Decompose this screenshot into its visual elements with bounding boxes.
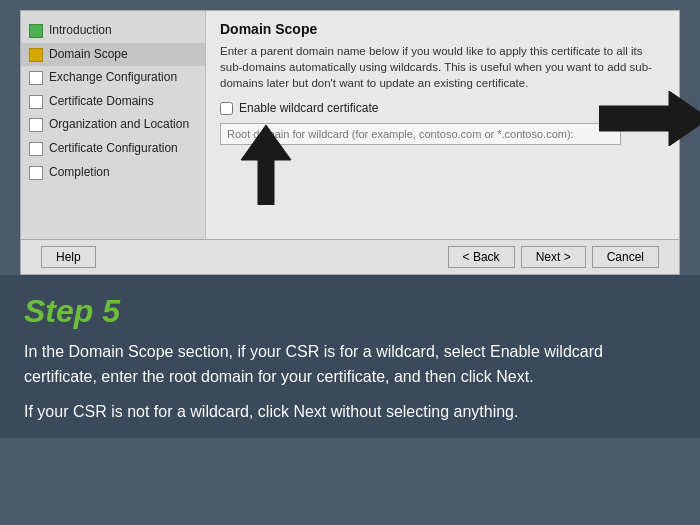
- cancel-button[interactable]: Cancel: [592, 246, 659, 268]
- wizard-title: Domain Scope: [220, 21, 665, 37]
- sidebar-label-org-location: Organization and Location: [49, 117, 189, 133]
- sidebar-label-cert-config: Certificate Configuration: [49, 141, 178, 157]
- wildcard-checkbox[interactable]: [220, 102, 233, 115]
- sidebar-label-domain-scope: Domain Scope: [49, 47, 128, 63]
- next-button[interactable]: Next >: [521, 246, 586, 268]
- sidebar-label-completion: Completion: [49, 165, 110, 181]
- wildcard-label: Enable wildcard certificate: [239, 101, 378, 115]
- svg-marker-1: [599, 91, 700, 146]
- step-instruction: In the Domain Scope section, if your CSR…: [24, 340, 676, 390]
- back-button[interactable]: < Back: [448, 246, 515, 268]
- wizard-description: Enter a parent domain name below if you …: [220, 43, 665, 91]
- sidebar-item-org-location[interactable]: Organization and Location: [21, 113, 205, 137]
- arrow-right-indicator: [599, 91, 700, 150]
- svg-marker-0: [241, 125, 291, 205]
- sidebar-item-domain-scope[interactable]: Domain Scope: [21, 43, 205, 67]
- sidebar-item-introduction[interactable]: Introduction: [21, 19, 205, 43]
- sidebar-label-cert-domains: Certificate Domains: [49, 94, 154, 110]
- wizard-panel: Introduction Domain Scope Exchange Confi…: [20, 10, 680, 240]
- cert-domains-icon: [29, 95, 43, 109]
- exchange-icon: [29, 71, 43, 85]
- sidebar-item-cert-domains[interactable]: Certificate Domains: [21, 90, 205, 114]
- arrow-up-indicator: [236, 125, 296, 209]
- introduction-icon: [29, 24, 43, 38]
- sidebar-item-exchange[interactable]: Exchange Configuration: [21, 66, 205, 90]
- instruction-area: Step 5 In the Domain Scope section, if y…: [0, 275, 700, 438]
- wizard-content: Domain Scope Enter a parent domain name …: [206, 11, 679, 239]
- step-note: If your CSR is not for a wildcard, click…: [24, 400, 676, 425]
- bottom-buttons: Help < Back Next > Cancel: [20, 240, 680, 275]
- completion-icon: [29, 166, 43, 180]
- cert-config-icon: [29, 142, 43, 156]
- step-number: Step 5: [24, 293, 676, 330]
- sidebar-label-exchange: Exchange Configuration: [49, 70, 177, 86]
- help-button[interactable]: Help: [41, 246, 96, 268]
- org-location-icon: [29, 118, 43, 132]
- sidebar-label-introduction: Introduction: [49, 23, 112, 39]
- sidebar-item-cert-config[interactable]: Certificate Configuration: [21, 137, 205, 161]
- domain-scope-icon: [29, 48, 43, 62]
- sidebar-item-completion[interactable]: Completion: [21, 161, 205, 185]
- wizard-sidebar: Introduction Domain Scope Exchange Confi…: [21, 11, 206, 239]
